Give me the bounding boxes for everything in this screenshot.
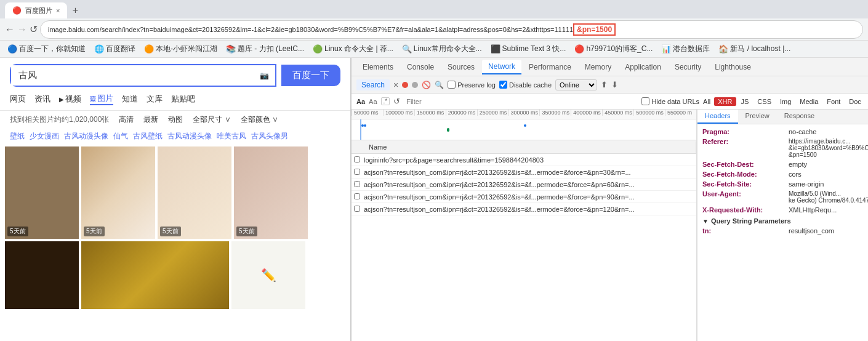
nav-image[interactable]: 🖼 图片 xyxy=(90,93,113,105)
disable-cache-input[interactable] xyxy=(499,81,507,89)
active-tab[interactable]: 🔴 百度图片 × xyxy=(5,2,67,18)
tag-wallpaper[interactable]: 壁纸 xyxy=(10,131,25,142)
image-thumb-6[interactable] xyxy=(81,241,229,309)
nav-wenku[interactable]: 文库 xyxy=(147,94,163,105)
refresh-icon[interactable]: ↺ xyxy=(393,97,400,106)
type-doc[interactable]: Doc xyxy=(845,97,865,106)
record-button[interactable] xyxy=(402,82,408,88)
url-bar[interactable]: image.baidu.com/search/index?tn=baiduima… xyxy=(40,20,863,39)
bookmark-leetcode[interactable]: 📚 题库 - 力扣 (LeetC... xyxy=(223,42,307,55)
nav-tieba[interactable]: 贴贴吧 xyxy=(171,94,195,105)
tab-elements[interactable]: Elements xyxy=(356,60,400,74)
nav-video[interactable]: ▶ 视频 xyxy=(59,94,81,105)
network-row-1[interactable]: logininfo?src=pc&page=searchresult&time=… xyxy=(352,154,696,166)
tag-gwwallpaper[interactable]: 古风壁纸 xyxy=(133,131,163,142)
bookmark-csdn[interactable]: 🔴 h799710的博客_C... xyxy=(572,42,655,55)
search-panel-button[interactable]: Search xyxy=(356,79,390,90)
tab-security[interactable]: Security xyxy=(669,60,707,74)
disable-cache-checkbox[interactable]: Disable cache xyxy=(499,81,552,89)
filter-size[interactable]: 全部尺寸 ∨ xyxy=(193,114,230,125)
image-thumb-2[interactable]: 5天前 xyxy=(81,146,155,239)
nav-webpage[interactable]: 网页 xyxy=(10,94,26,105)
tag-avatar[interactable]: 古风动漫头像 xyxy=(64,131,108,142)
query-params-section[interactable]: ▼ Query String Parameters view xyxy=(702,215,868,226)
bookmark-sublime[interactable]: ⬛ Sublime Text 3 快... xyxy=(488,42,569,55)
tab-network[interactable]: Network xyxy=(482,60,521,74)
reload-button[interactable]: ↺ xyxy=(30,23,38,35)
type-xhr[interactable]: XHR xyxy=(714,97,736,106)
tab-close-button[interactable]: × xyxy=(56,7,60,14)
bookmark-local[interactable]: 🟠 本地-小虾米闯江湖 xyxy=(142,42,220,55)
bookmark-gangdb[interactable]: 📊 港台数据库 xyxy=(659,42,712,55)
back-button[interactable]: ← xyxy=(5,24,15,35)
image-thumb-1[interactable]: 5天前 xyxy=(5,146,79,239)
search-input[interactable] xyxy=(11,65,254,86)
ruler-mark-9: 450000 ms xyxy=(602,110,633,116)
tag-beauty[interactable]: 唯美古风 xyxy=(217,131,246,142)
image-thumb-7[interactable]: ✏️ xyxy=(231,241,305,309)
hide-data-urls-checkbox[interactable]: Hide data URLs xyxy=(641,97,699,105)
image-thumb-5[interactable] xyxy=(5,241,79,309)
regex-button[interactable]: .* xyxy=(381,97,390,105)
tab-sources[interactable]: Sources xyxy=(441,60,481,74)
download-icon[interactable]: ⬇ xyxy=(611,80,618,89)
tag-gwavatar[interactable]: 古风动漫头像 xyxy=(167,131,212,142)
image-thumb-4[interactable]: 5天前 xyxy=(234,146,308,239)
type-media[interactable]: Media xyxy=(796,97,822,106)
stop-button[interactable] xyxy=(412,82,418,88)
tag-maleavatar[interactable]: 古风头像男 xyxy=(251,131,288,142)
filter-hd[interactable]: 高清 xyxy=(119,114,134,125)
row-checkbox-5[interactable] xyxy=(352,206,361,213)
tab-preview[interactable]: Preview xyxy=(738,110,777,124)
camera-icon[interactable]: 📷 xyxy=(254,68,275,84)
bookmark-localhost[interactable]: 🏠 新马 / localhost |... xyxy=(716,42,793,55)
search-icon[interactable]: 🔍 xyxy=(435,81,444,89)
filter-color[interactable]: 全部颜色 ∨ xyxy=(241,114,278,125)
image-thumb-3[interactable]: 5天前 xyxy=(158,146,231,239)
tab-memory[interactable]: Memory xyxy=(579,60,617,74)
filter-gif[interactable]: 动图 xyxy=(168,114,183,125)
network-row-4[interactable]: acjson?tn=resultjson_com&ipn=rj&ct=20132… xyxy=(352,191,696,203)
tab-response[interactable]: Response xyxy=(777,110,822,124)
baidu-search-button[interactable]: 百度一下 xyxy=(281,65,340,86)
bookmark-linux[interactable]: 🟢 Linux 命令大全 | 荐... xyxy=(310,42,396,55)
all-filter[interactable]: All xyxy=(703,98,710,105)
row-checkbox-2[interactable] xyxy=(352,169,361,176)
forward-button[interactable]: → xyxy=(17,24,27,35)
filter-icon[interactable]: 🚫 xyxy=(422,81,431,89)
nav-zhidao[interactable]: 知道 xyxy=(122,94,138,105)
row-checkbox-1[interactable] xyxy=(352,156,361,164)
tab-performance[interactable]: Performance xyxy=(523,60,577,74)
type-font[interactable]: Font xyxy=(823,97,844,106)
bookmark-translate[interactable]: 🌐 百度翻译 xyxy=(92,42,138,55)
row-name-1: logininfo?src=pc&page=searchresult&time=… xyxy=(361,155,696,165)
tab-application[interactable]: Application xyxy=(619,60,667,74)
row-checkbox-3[interactable] xyxy=(352,181,361,188)
upload-icon[interactable]: ⬆ xyxy=(601,80,608,89)
type-css[interactable]: CSS xyxy=(753,97,775,106)
tab-lighthouse[interactable]: Lighthouse xyxy=(709,60,757,74)
network-row-5[interactable]: acjson?tn=resultjson_com&ipn=rj&ct=20132… xyxy=(352,203,696,215)
network-row-2[interactable]: acjson?tn=resultjson_com&ipn=rj&ct=20132… xyxy=(352,166,696,179)
bookmark-baidu[interactable]: 🔵 百度一下，你就知道 xyxy=(5,42,88,55)
preserve-log-input[interactable] xyxy=(448,81,456,89)
type-js[interactable]: JS xyxy=(737,97,753,106)
type-img[interactable]: Img xyxy=(776,97,795,106)
search-close-button[interactable]: × xyxy=(393,80,398,90)
header-user-agent: User-Agent: Mozilla/5.0 (Wind...ke Gecko… xyxy=(702,189,868,205)
tab-headers[interactable]: Headers xyxy=(697,110,738,124)
tag-fairy[interactable]: 仙气 xyxy=(113,131,128,142)
preserve-log-checkbox[interactable]: Preserve log xyxy=(448,81,496,89)
hide-data-urls-input[interactable] xyxy=(641,97,649,105)
bookmark-linux2[interactable]: 🔍 Linux常用命令大全... xyxy=(400,42,484,55)
tab-console[interactable]: Console xyxy=(401,60,440,74)
nav-news[interactable]: 资讯 xyxy=(34,94,50,105)
filter-new[interactable]: 最新 xyxy=(143,114,158,125)
filter-input[interactable] xyxy=(404,97,638,106)
throttle-select[interactable]: Online Slow 3G Fast 3G Offline xyxy=(555,79,597,90)
row-checkbox-4[interactable] xyxy=(352,193,361,201)
tag-manga[interactable]: 少女漫画 xyxy=(30,131,59,142)
network-row-3[interactable]: acjson?tn=resultjson_com&ipn=rj&ct=20132… xyxy=(352,179,696,191)
case-sensitive-button[interactable]: Aa xyxy=(369,98,377,105)
new-tab-button[interactable]: + xyxy=(67,2,83,18)
